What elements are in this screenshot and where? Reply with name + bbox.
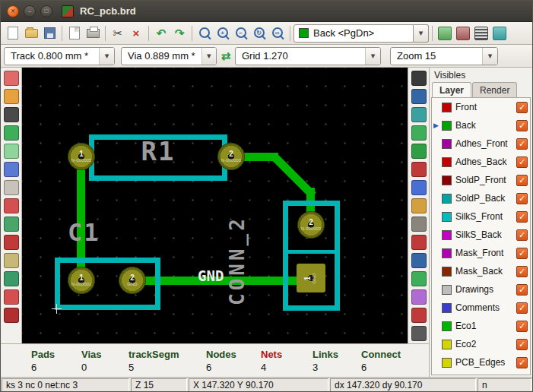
layer-row-silks-back[interactable]: SilkS_Back ✓ (432, 226, 530, 244)
layer-color-swatch[interactable] (442, 175, 452, 185)
zoom-redraw-icon[interactable] (250, 24, 268, 43)
layer-checkbox[interactable]: ✓ (516, 284, 528, 296)
layer-row-comments[interactable]: Comments ✓ (432, 299, 530, 317)
layer-selector[interactable]: Back <PgDn> (293, 24, 414, 43)
local-ratsnest-icon[interactable] (411, 107, 427, 122)
high-contrast-icon[interactable] (4, 253, 19, 268)
delete-icon[interactable]: × (127, 24, 145, 43)
layer-checkbox[interactable]: ✓ (516, 138, 528, 150)
layer-row-soldp-front[interactable]: SoldP_Front ✓ (432, 171, 530, 189)
grid-select[interactable]: Grid 1.270 ▾ (235, 47, 381, 65)
module-ratsnest-icon[interactable] (4, 198, 19, 213)
layer-checkbox[interactable]: ✓ (516, 321, 528, 332)
add-zone-icon[interactable] (411, 162, 427, 177)
redo-icon[interactable]: ↷ (170, 24, 189, 43)
layer-color-swatch[interactable] (442, 248, 452, 258)
layer-color-swatch[interactable] (442, 358, 452, 368)
ratsnest-visibility-icon[interactable] (4, 180, 19, 195)
extra-grid-tool-icon[interactable] (4, 308, 19, 323)
footprint-mode-icon[interactable] (454, 24, 472, 43)
tab-render[interactable]: Render (472, 82, 517, 97)
zoom-dropdown[interactable]: ▾ (482, 48, 497, 65)
layers-manager-toggle-icon[interactable] (4, 271, 19, 286)
layer-color-swatch[interactable] (442, 139, 452, 149)
zoom-fit-icon[interactable] (268, 24, 287, 43)
layer-row-pcb-edges[interactable]: PCB_Edges ✓ (432, 353, 530, 371)
layer-row-eco1[interactable]: Eco1 ✓ (432, 317, 530, 335)
pad-conn-1[interactable]: 1 GND (297, 264, 325, 292)
layer-pair-icon[interactable] (436, 24, 454, 43)
add-track-icon[interactable] (411, 144, 427, 159)
maximize-button[interactable]: □ (40, 5, 52, 17)
layer-row-silks-front[interactable]: SilkS_Front ✓ (432, 207, 530, 226)
zoom-select[interactable]: Zoom 15 ▾ (390, 47, 498, 65)
add-target-icon[interactable] (411, 235, 427, 250)
pcb-canvas[interactable]: R1 C1 CONN_2 GND 1 N-000005 2 N-000003 1 (22, 68, 408, 343)
layer-checkbox[interactable]: ✓ (516, 248, 528, 259)
pad-conn-2[interactable]: 2 N-000003 (297, 211, 325, 239)
layer-checkbox[interactable]: ✓ (516, 102, 528, 113)
delete-item-icon[interactable] (411, 253, 427, 268)
layer-color-swatch[interactable] (442, 340, 452, 349)
layer-row-soldp-back[interactable]: SoldP_Back ✓ (432, 189, 530, 207)
drc-off-icon[interactable] (4, 71, 19, 86)
add-footprint-icon[interactable] (411, 125, 427, 141)
layer-color-swatch[interactable] (442, 230, 452, 240)
add-text-icon[interactable] (411, 198, 427, 213)
track-width-select[interactable]: Track 0.800 mm * ▾ (4, 47, 115, 65)
layer-row-eco2[interactable]: Eco2 ✓ (432, 335, 530, 353)
layer-color-swatch[interactable] (442, 194, 452, 204)
autoroute-icon[interactable] (411, 326, 427, 341)
layer-color-swatch[interactable] (442, 285, 452, 295)
layer-color-swatch[interactable] (442, 103, 452, 112)
add-dimension-icon[interactable] (411, 217, 427, 232)
layer-color-swatch[interactable] (442, 157, 452, 167)
auto-delete-track-icon[interactable] (4, 217, 19, 232)
via-size-dropdown[interactable]: ▾ (201, 48, 216, 65)
layer-color-swatch[interactable] (442, 121, 452, 131)
units-inch-icon[interactable] (4, 125, 19, 141)
freeroute-icon[interactable] (490, 24, 509, 43)
tab-layer[interactable]: Layer (432, 82, 471, 97)
grid-visibility-icon[interactable] (4, 89, 19, 104)
layer-row-drawings[interactable]: Drawings ✓ (432, 280, 530, 299)
layer-checkbox[interactable]: ✓ (516, 156, 528, 168)
zoom-out-icon[interactable] (232, 24, 250, 43)
layer-color-swatch[interactable] (442, 267, 452, 277)
pad-c1-1[interactable]: 1 N-000001 (68, 267, 95, 294)
track-mode-icon[interactable] (472, 24, 490, 43)
cursor-shape-icon[interactable] (4, 162, 19, 177)
print-icon[interactable] (84, 24, 102, 43)
highlight-net-icon[interactable] (411, 89, 427, 104)
layer-checkbox[interactable]: ✓ (516, 193, 528, 204)
layer-checkbox[interactable]: ✓ (516, 302, 528, 314)
layer-row-mask-front[interactable]: Mask_Front ✓ (432, 244, 530, 262)
layer-color-swatch[interactable] (442, 303, 452, 313)
grid-origin-icon[interactable] (411, 289, 427, 305)
microwave-tools-icon[interactable] (4, 289, 19, 305)
polar-coords-icon[interactable] (4, 107, 19, 122)
page-settings-icon[interactable] (65, 24, 84, 43)
pad-r1-1[interactable]: 1 N-000005 (68, 143, 95, 170)
layer-checkbox[interactable]: ✓ (516, 175, 528, 186)
grid-dropdown[interactable]: ▾ (365, 48, 380, 65)
via-size-select[interactable]: Via 0.889 mm * ▾ (121, 47, 217, 65)
layer-checkbox[interactable]: ✓ (516, 339, 528, 350)
layer-checkbox[interactable]: ✓ (516, 266, 528, 277)
layer-color-swatch[interactable] (442, 321, 452, 331)
add-keepout-icon[interactable] (411, 180, 427, 195)
layer-checkbox[interactable]: ✓ (516, 229, 528, 241)
open-board-icon[interactable] (22, 24, 40, 43)
layer-color-swatch[interactable] (442, 212, 452, 222)
save-board-icon[interactable] (40, 24, 59, 43)
layer-row-front[interactable]: Front ✓ (432, 98, 530, 116)
layer-row-adhes-front[interactable]: Adhes_Front ✓ (432, 134, 530, 153)
track-width-dropdown[interactable]: ▾ (99, 48, 114, 65)
zoom-in-icon[interactable] (214, 24, 232, 43)
minimize-button[interactable]: – (24, 5, 36, 17)
layer-dropdown-button[interactable]: ▾ (414, 24, 429, 43)
close-button[interactable]: × (7, 5, 19, 17)
new-board-icon[interactable] (4, 24, 22, 43)
pad-r1-2[interactable]: 2 N-000003 (217, 143, 245, 170)
layer-row-mask-back[interactable]: Mask_Back ✓ (432, 262, 530, 280)
